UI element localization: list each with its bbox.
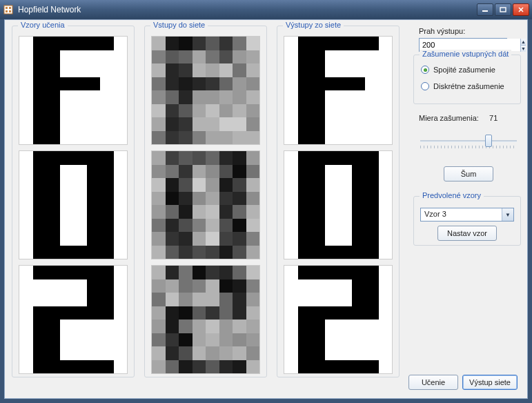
noise-slider-value: 71	[489, 114, 497, 122]
radio-label: Diskrétne zašumenie	[433, 82, 504, 90]
window-title: Hopfield Network	[18, 5, 81, 14]
threshold-down-icon[interactable]: ▼	[520, 46, 526, 52]
svg-rect-5	[482, 10, 488, 12]
pattern-input-2[interactable]	[151, 265, 260, 374]
pattern-output-0[interactable]	[284, 36, 393, 145]
maximize-button[interactable]	[495, 3, 511, 16]
svg-rect-4	[9, 10, 11, 12]
pattern-output-2[interactable]	[284, 265, 393, 374]
pattern-train-0[interactable]	[19, 36, 128, 145]
pattern-train-2[interactable]	[19, 265, 128, 374]
noise-slider[interactable]	[417, 124, 520, 162]
threshold-up-icon[interactable]: ▲	[520, 39, 526, 46]
titlebar[interactable]: Hopfield Network	[0, 0, 532, 19]
set-preset-button[interactable]: Nastav vzor	[437, 226, 497, 241]
learn-button[interactable]: Učenie	[408, 375, 458, 390]
threshold-label: Prah výstupu:	[419, 27, 465, 35]
chevron-down-icon[interactable]: ▼	[502, 208, 513, 221]
pattern-input-1[interactable]	[151, 150, 260, 259]
window: Hopfield Network Vzory učenia Vstupy do …	[0, 0, 532, 403]
slider-thumb-icon[interactable]	[485, 135, 492, 147]
group-legend: Výstupy zo siete	[283, 21, 344, 29]
group-noise: Zašumenie vstupných dát Spojité zašumeni…	[413, 55, 521, 104]
apply-noise-button[interactable]: Šum	[444, 166, 493, 181]
group-legend: Vstupy do siete	[150, 21, 208, 29]
group-network-outputs: Výstupy zo siete	[277, 26, 400, 377]
group-legend: Zašumenie vstupných dát	[420, 50, 511, 58]
radio-label: Spojité zašumenie	[433, 66, 495, 74]
radio-discrete-noise[interactable]: Diskrétne zašumenie	[421, 80, 520, 92]
radio-continuous-noise[interactable]: Spojité zašumenie	[421, 63, 520, 76]
group-legend: Vzory učenia	[18, 21, 68, 29]
svg-rect-1	[6, 7, 8, 9]
app-icon	[3, 4, 14, 15]
group-training-patterns: Vzory učenia	[12, 26, 135, 377]
group-network-inputs: Vstupy do siete	[144, 26, 267, 377]
pattern-output-1[interactable]	[284, 150, 393, 259]
preset-selected: Vzor 3	[421, 208, 502, 221]
pattern-train-1[interactable]	[19, 150, 128, 259]
client-area: Vzory učenia Vstupy do siete Výstupy zo …	[4, 19, 528, 399]
pattern-input-0[interactable]	[151, 36, 260, 145]
close-button[interactable]	[513, 3, 529, 16]
svg-rect-0	[4, 6, 12, 14]
preset-combo[interactable]: Vzor 3 ▼	[420, 208, 514, 222]
network-output-button[interactable]: Výstup siete	[462, 375, 518, 390]
svg-rect-3	[6, 10, 8, 12]
svg-rect-2	[9, 7, 11, 9]
noise-slider-label: Miera zašumenia: 71	[419, 114, 497, 122]
group-presets: Predvolené vzory Vzor 3 ▼ Nastav vzor	[413, 196, 521, 246]
svg-rect-6	[500, 8, 506, 12]
group-legend: Predvolené vzory	[420, 191, 484, 199]
radio-icon	[421, 82, 429, 90]
minimize-button[interactable]	[477, 3, 493, 16]
radio-icon	[421, 66, 429, 74]
